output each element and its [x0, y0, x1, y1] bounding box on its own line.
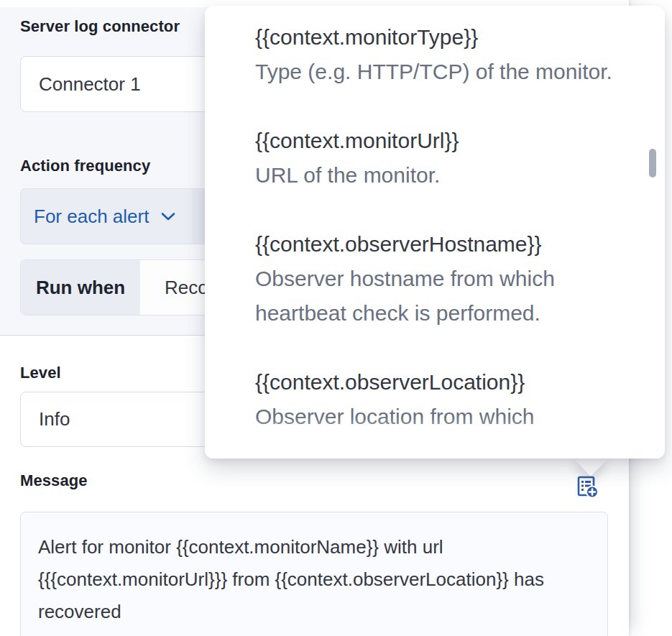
connector-label: Server log connector — [20, 17, 180, 36]
variables-popover: {{context.monitorType}} Type (e.g. HTTP/… — [205, 6, 665, 458]
add-variable-button[interactable] — [574, 474, 600, 499]
level-label: Level — [20, 364, 61, 382]
variable-description: Observer location from which — [255, 400, 625, 434]
variable-description: URL of the monitor. — [255, 158, 625, 193]
variable-description: Observer hostname from which heartbeat c… — [255, 262, 625, 331]
variable-option[interactable]: {{context.observerLocation}} Observer lo… — [255, 365, 625, 434]
variable-option[interactable]: {{context.monitorUrl}} URL of the monito… — [255, 124, 625, 193]
notify-when-value: For each alert — [34, 206, 149, 228]
level-select-value: Info — [39, 408, 70, 430]
add-variable-icon — [576, 475, 599, 499]
variable-name: {{context.observerHostname}} — [255, 227, 625, 262]
variable-list: {{context.monitorType}} Type (e.g. HTTP/… — [205, 6, 665, 434]
variable-option[interactable]: {{context.monitorType}} Type (e.g. HTTP/… — [255, 20, 625, 89]
chevron-down-icon — [160, 211, 176, 221]
variable-description: Type (e.g. HTTP/TCP) of the monitor. — [255, 55, 625, 89]
popover-scrollbar[interactable] — [649, 149, 656, 178]
variable-name: {{context.monitorUrl}} — [255, 124, 625, 158]
action-frequency-label: Action frequency — [20, 157, 150, 175]
message-textarea[interactable]: Alert for monitor {{context.monitorName}… — [20, 512, 608, 636]
variable-name: {{context.observerLocation}} — [255, 365, 625, 400]
message-label: Message — [20, 471, 88, 490]
run-when-label-segment[interactable]: Run when — [21, 260, 140, 315]
connector-select-value: Connector 1 — [39, 73, 141, 96]
variable-name: {{context.monitorType}} — [255, 20, 625, 55]
run-when-label: Run when — [36, 277, 125, 299]
variable-option[interactable]: {{context.observerHostname}} Observer ho… — [255, 227, 625, 331]
notify-when-button[interactable]: For each alert — [21, 206, 176, 228]
